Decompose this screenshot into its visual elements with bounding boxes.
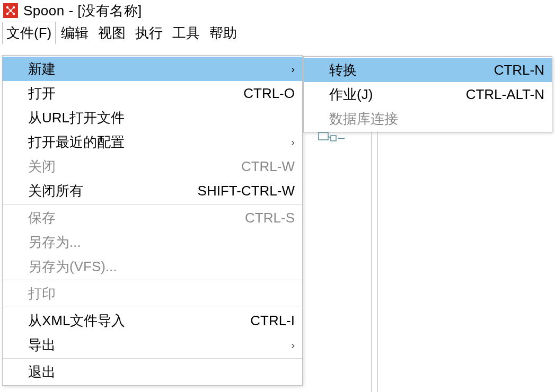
menu-item-accelerator: CTRL-N [494,62,544,78]
menu-item-open-recent[interactable]: 打开最近的配置 › [3,130,302,154]
menu-item-save-as-vfs: 另存为(VFS)... [3,254,302,279]
app-icon [3,3,18,18]
new-submenu: 转换 CTRL-N 作业(J) CTRL-ALT-N 数据库连接 [303,56,552,132]
window-title: Spoon - [没有名称] [23,2,142,20]
toolbar-fragment [318,131,348,147]
title-bar: Spoon - [没有名称] [0,0,555,21]
menu-item-label: 关闭 [28,157,233,176]
menu-item-close: 关闭 CTRL-W [3,154,302,179]
svg-rect-9 [319,132,328,140]
menu-separator [3,280,302,280]
menu-item-print: 打印 [3,281,302,306]
menu-view[interactable]: 视图 [94,22,130,44]
menu-item-accelerator: CTRL-W [241,158,295,175]
menu-item-label: 另存为... [28,233,295,252]
menu-separator [3,307,302,307]
menu-item-label: 关闭所有 [28,182,189,200]
menu-item-label: 从XML文件导入 [28,311,242,330]
menu-item-label: 退出 [28,363,295,381]
menu-tools[interactable]: 工具 [168,22,204,44]
chevron-right-icon: › [285,63,295,75]
menu-separator [3,358,302,359]
menu-item-label: 作业(J) [329,85,457,104]
submenu-item-job[interactable]: 作业(J) CTRL-ALT-N [304,82,552,106]
submenu-item-db-connection: 数据库连接 [304,106,552,131]
chevron-right-icon: › [285,339,295,351]
submenu-item-transformation[interactable]: 转换 CTRL-N [304,58,552,82]
menu-item-accelerator: CTRL-O [243,85,295,102]
svg-line-8 [11,11,14,14]
menu-separator [3,204,302,204]
menu-item-label: 新建 [28,60,285,78]
menu-run[interactable]: 执行 [131,22,167,44]
menu-edit[interactable]: 编辑 [57,22,93,44]
menu-item-accelerator: CTRL-I [250,313,295,329]
menu-item-label: 另存为(VFS)... [28,257,295,276]
toolbar-icon [318,131,348,147]
svg-line-6 [11,7,14,11]
menu-item-save-as: 另存为... [3,230,302,254]
svg-line-7 [7,11,11,14]
svg-rect-10 [331,136,336,141]
menu-item-open[interactable]: 打开 CTRL-O [3,81,302,105]
menu-item-import-xml[interactable]: 从XML文件导入 CTRL-I [3,308,302,333]
menu-bar: 文件(F) 编辑 视图 执行 工具 帮助 [0,21,555,44]
menu-item-accelerator: CTRL-ALT-N [466,86,544,103]
menu-item-new[interactable]: 新建 › [3,57,302,81]
menu-item-export[interactable]: 导出 › [3,333,302,357]
menu-item-accelerator: SHIFT-CTRL-W [198,183,295,199]
menu-help[interactable]: 帮助 [205,22,241,44]
panel-divider [377,131,378,392]
menu-item-open-from-url[interactable]: 从URL打开文件 [3,105,302,130]
menu-item-accelerator: CTRL-S [245,210,295,226]
file-menu-dropdown: 新建 › 打开 CTRL-O 从URL打开文件 打开最近的配置 › 关闭 CTR… [2,55,303,386]
menu-item-label: 打开 [28,84,235,103]
menu-item-label: 从URL打开文件 [28,109,295,127]
menu-item-exit[interactable]: 退出 [3,360,302,384]
menu-item-label: 转换 [329,61,486,79]
svg-line-5 [7,7,11,11]
menu-item-save: 保存 CTRL-S [3,206,302,230]
menu-item-label: 打印 [28,284,295,303]
menu-item-label: 打开最近的配置 [28,133,285,152]
menu-item-label: 导出 [28,336,285,354]
panel-divider [371,131,372,392]
menu-item-close-all[interactable]: 关闭所有 SHIFT-CTRL-W [3,179,302,203]
menu-item-label: 数据库连接 [329,110,544,128]
menu-file[interactable]: 文件(F) [2,22,56,44]
menu-item-label: 保存 [28,209,236,227]
chevron-right-icon: › [285,136,295,148]
